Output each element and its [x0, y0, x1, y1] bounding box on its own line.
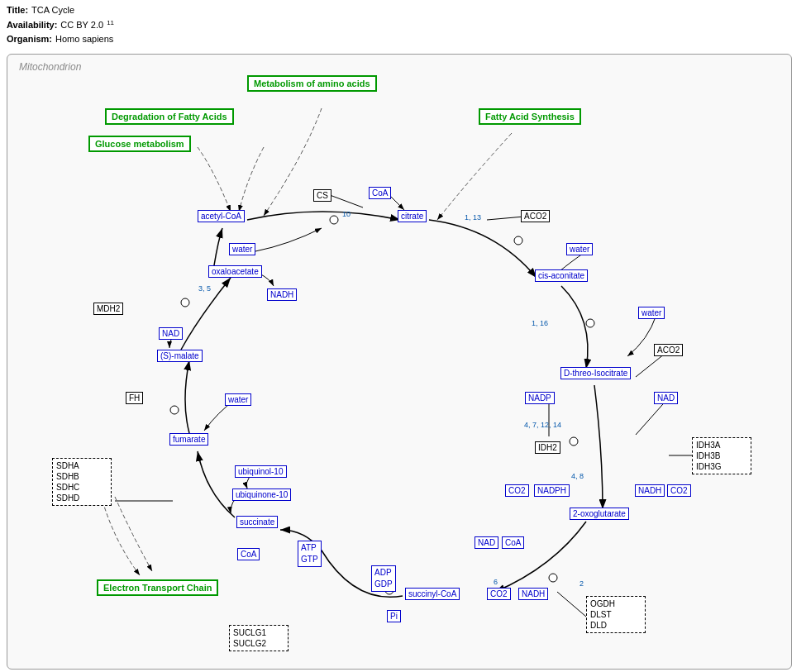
pathway-amino[interactable]: Metabolism of amino acids [247, 75, 377, 92]
svg-point-9 [570, 437, 578, 446]
metabolite-acetylcoa[interactable]: acetyl-CoA [198, 210, 245, 222]
metabolite-fumarate[interactable]: fumarate [169, 433, 208, 446]
metabolite-co2-2[interactable]: CO2 [667, 484, 691, 497]
svg-point-6 [181, 298, 189, 307]
svg-line-13 [557, 592, 586, 617]
metabolite-ubiquinol[interactable]: ubiquinol-10 [235, 465, 287, 478]
metabolite-coa2[interactable]: CoA [502, 536, 524, 549]
metabolite-nadh1[interactable]: NADH [267, 288, 297, 301]
metabolite-adp-gdp[interactable]: ADPGDP [371, 565, 396, 592]
metabolite-nadh2[interactable]: NADH [635, 484, 665, 497]
metabolite-water1[interactable]: water [229, 243, 255, 255]
num-6: 6 [494, 578, 498, 586]
metabolite-succinylcoa[interactable]: succinyl-CoA [405, 588, 460, 600]
pathway-glucose[interactable]: Glucose metabolism [88, 136, 191, 152]
num-2: 2 [579, 579, 584, 588]
enzyme-group-idh3: IDH3A IDH3B IDH3G [692, 437, 751, 474]
metabolite-water3[interactable]: water [566, 243, 593, 255]
metabolite-nadph[interactable]: NADPH [534, 484, 570, 497]
num-1-13: 1, 13 [465, 213, 481, 222]
svg-point-5 [170, 406, 179, 414]
enzyme-group-ogdh: OGDH DLST DLD [586, 596, 646, 633]
metabolite-water4[interactable]: water [638, 307, 665, 319]
metabolite-pi[interactable]: Pi [387, 610, 401, 622]
num-1-16: 1, 16 [532, 319, 548, 327]
metabolite-citrate[interactable]: citrate [398, 210, 427, 222]
metabolite-co2-nadh-bot[interactable]: CO2 [487, 588, 511, 600]
metabolite-water2[interactable]: water [225, 393, 251, 406]
enzyme-cs[interactable]: CS [313, 189, 331, 202]
svg-point-12 [549, 574, 557, 582]
diagram-container: Mitochondrion [7, 54, 792, 670]
avail-label: Availability: [7, 18, 57, 33]
metabolite-smalate[interactable]: (S)-malate [157, 350, 203, 362]
num-3-5: 3, 5 [198, 284, 211, 293]
enzyme-group-suclg: SUCLG1 SUCLG2 [229, 625, 289, 651]
enzyme-aco2-top[interactable]: ACO2 [521, 210, 550, 222]
metabolite-co2-1[interactable]: CO2 [505, 484, 529, 497]
num-4-8: 4, 8 [571, 472, 584, 480]
metabolite-atp-gtp[interactable]: ATPGTP [298, 541, 322, 567]
enzyme-idh2[interactable]: IDH2 [535, 441, 560, 454]
metabolite-succinate[interactable]: succinate [236, 516, 278, 528]
metabolite-nadh-bot[interactable]: NADH [518, 588, 548, 600]
enzyme-group-sdh: SDHA SDHB SDHC SDHD [52, 458, 112, 506]
metabolite-oxaloacetate[interactable]: oxaloacetate [208, 265, 262, 278]
avail-value: CC BY 2.0 [60, 18, 103, 33]
svg-line-2 [330, 195, 363, 207]
metabolite-coa1[interactable]: CoA [237, 548, 260, 560]
header: Title: TCA Cycle Availability: CC BY 2.0… [0, 0, 806, 50]
avail-superscript: 11 [107, 18, 114, 33]
svg-point-17 [586, 319, 594, 327]
num-10: 10 [342, 210, 351, 218]
num-4-7-12-14: 4, 7, 12, 14 [524, 421, 561, 429]
org-label: Organism: [7, 32, 52, 47]
org-value: Homo sapiens [55, 32, 113, 47]
metabolite-d-isocitrate[interactable]: D-threo-Isocitrate [560, 367, 631, 379]
metabolite-2oxo[interactable]: 2-oxoglutarate [570, 508, 629, 520]
pathway-fatty-syn[interactable]: Fatty Acid Synthesis [479, 108, 581, 125]
title-value: TCA Cycle [31, 3, 74, 18]
svg-line-3 [487, 217, 524, 220]
metabolite-nad1[interactable]: NAD [159, 327, 183, 340]
metabolite-ubiquinone[interactable]: ubiquinone-10 [232, 489, 291, 501]
title-label: Title: [7, 3, 28, 18]
svg-point-15 [330, 216, 338, 224]
metabolite-nadp[interactable]: NADP [525, 392, 555, 404]
metabolite-cis-aconitate[interactable]: cis-aconitate [535, 269, 588, 282]
pathway-etc[interactable]: Electron Transport Chain [97, 579, 218, 596]
metabolite-nad2[interactable]: NAD [475, 536, 498, 549]
pathway-fatty-deg[interactable]: Degradation of Fatty Acids [105, 108, 234, 125]
enzyme-aco2-bot[interactable]: ACO2 [654, 344, 683, 356]
metabolite-coa-top[interactable]: CoA [369, 187, 391, 199]
svg-point-16 [514, 236, 522, 245]
enzyme-mdh2[interactable]: MDH2 [93, 303, 123, 315]
enzyme-fh[interactable]: FH [126, 392, 143, 404]
metabolite-nad3[interactable]: NAD [654, 392, 678, 404]
